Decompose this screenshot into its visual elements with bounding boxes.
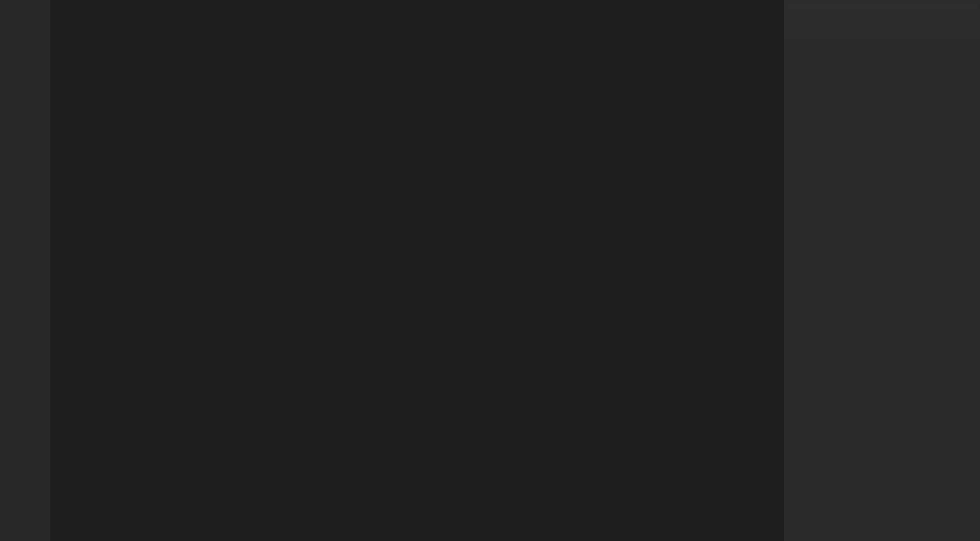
- minimap[interactable]: [787, 3, 977, 36]
- line-number-gutter[interactable]: [0, 0, 37, 541]
- code-area[interactable]: [50, 0, 980, 541]
- code-editor[interactable]: [0, 0, 980, 541]
- fold-gutter[interactable]: [37, 0, 50, 541]
- minimap-panel[interactable]: [784, 0, 980, 541]
